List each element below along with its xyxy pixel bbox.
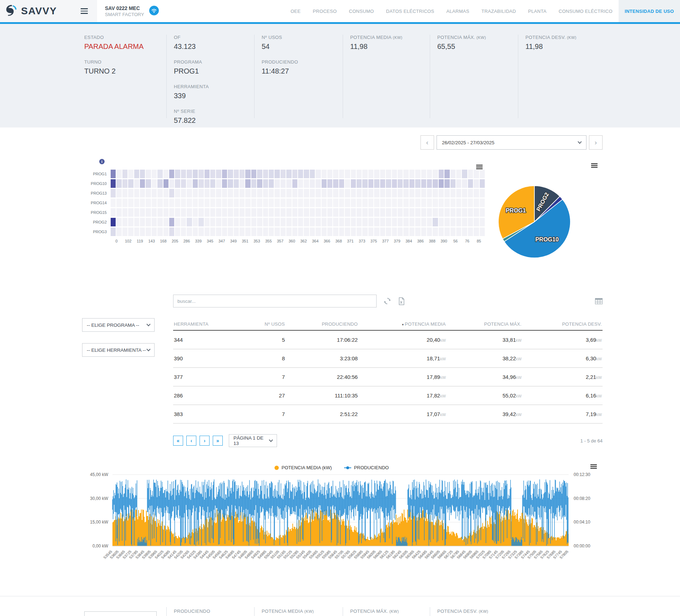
heatmap-cell[interactable] xyxy=(134,199,139,207)
heatmap-cell[interactable] xyxy=(409,189,414,197)
heatmap-cell[interactable] xyxy=(380,208,385,217)
legend-potencia-media[interactable]: POTENCIA MEDIA (kW) xyxy=(274,465,332,470)
heatmap-cell[interactable] xyxy=(263,218,268,226)
heatmap-cell[interactable] xyxy=(111,179,116,188)
heatmap-cell[interactable] xyxy=(392,170,397,178)
heatmap-cell[interactable] xyxy=(374,208,379,217)
heatmap-cell[interactable] xyxy=(398,179,403,188)
heatmap-cell[interactable] xyxy=(187,227,192,236)
heatmap-cell[interactable] xyxy=(240,208,245,217)
page-select[interactable]: PÁGINA 1 DE 13 xyxy=(229,434,277,447)
heatmap-cell[interactable] xyxy=(187,189,192,197)
heatmap-cell[interactable] xyxy=(398,170,403,178)
heatmap-cell[interactable] xyxy=(327,189,332,197)
heatmap-cell[interactable] xyxy=(362,170,367,178)
heatmap-cell[interactable] xyxy=(380,189,385,197)
heatmap-cell[interactable] xyxy=(444,199,449,207)
heatmap-cell[interactable] xyxy=(193,208,198,217)
heatmap-cell[interactable] xyxy=(351,199,356,207)
heatmap-cell[interactable] xyxy=(240,199,245,207)
heatmap-cell[interactable] xyxy=(351,189,356,197)
heatmap-cell[interactable] xyxy=(362,208,367,217)
heatmap-cell[interactable] xyxy=(152,170,157,178)
heatmap-cell[interactable] xyxy=(281,170,286,178)
heatmap-cell[interactable] xyxy=(240,170,245,178)
heatmap-cell[interactable] xyxy=(152,189,157,197)
heatmap-cell[interactable] xyxy=(146,208,151,217)
heatmap-cell[interactable] xyxy=(357,218,362,226)
heatmap-cell[interactable] xyxy=(433,170,438,178)
heatmap-cell[interactable] xyxy=(357,189,362,197)
heatmap-cell[interactable] xyxy=(269,170,274,178)
heatmap-cell[interactable] xyxy=(322,179,327,188)
heatmap-cell[interactable] xyxy=(368,179,373,188)
heatmap-cell[interactable] xyxy=(439,208,444,217)
heatmap-cell[interactable] xyxy=(415,179,420,188)
heatmap-cell[interactable] xyxy=(269,199,274,207)
heatmap-cell[interactable] xyxy=(351,179,356,188)
heatmap-cell[interactable] xyxy=(111,170,116,178)
heatmap-cell[interactable] xyxy=(251,179,256,188)
heatmap-cell[interactable] xyxy=(257,227,262,236)
heatmap-cell[interactable] xyxy=(263,170,268,178)
heatmap-cell[interactable] xyxy=(187,170,192,178)
heatmap-cell[interactable] xyxy=(292,199,297,207)
heatmap-cell[interactable] xyxy=(368,218,373,226)
heatmap-cell[interactable] xyxy=(222,170,227,178)
heatmap-cell[interactable] xyxy=(175,199,180,207)
heatmap-cell[interactable] xyxy=(216,218,221,226)
heatmap-cell[interactable] xyxy=(152,227,157,236)
heatmap-cell[interactable] xyxy=(398,208,403,217)
heatmap-cell[interactable] xyxy=(175,179,180,188)
heatmap-cell[interactable] xyxy=(222,208,227,217)
column-header-herramienta[interactable]: HERRAMIENTA xyxy=(173,318,243,330)
heatmap-cell[interactable] xyxy=(403,189,408,197)
heatmap-cell[interactable] xyxy=(122,179,127,188)
heatmap-cell[interactable] xyxy=(403,218,408,226)
heatmap-cell[interactable] xyxy=(339,218,344,226)
heatmap-cell[interactable] xyxy=(374,179,379,188)
column-header-produciendo[interactable]: PRODUCIENDO xyxy=(286,318,358,330)
heatmap-cell[interactable] xyxy=(304,189,309,197)
heatmap-cell[interactable] xyxy=(357,170,362,178)
heatmap-cell[interactable] xyxy=(468,179,473,188)
heatmap-cell[interactable] xyxy=(181,189,186,197)
heatmap-cell[interactable] xyxy=(169,208,174,217)
heatmap-cell[interactable] xyxy=(345,199,350,207)
heatmap-cell[interactable] xyxy=(409,218,414,226)
heatmap-cell[interactable] xyxy=(427,189,432,197)
heatmap-cell[interactable] xyxy=(222,218,227,226)
heatmap-cell[interactable] xyxy=(368,189,373,197)
heatmap-cell[interactable] xyxy=(128,199,133,207)
heatmap-cell[interactable] xyxy=(122,227,127,236)
heatmap-cell[interactable] xyxy=(322,218,327,226)
heatmap-cell[interactable] xyxy=(398,199,403,207)
heatmap-cell[interactable] xyxy=(240,218,245,226)
heatmap-cell[interactable] xyxy=(333,179,338,188)
heatmap-cell[interactable] xyxy=(146,199,151,207)
heatmap-cell[interactable] xyxy=(456,170,461,178)
heatmap-cell[interactable] xyxy=(409,227,414,236)
heatmap-cell[interactable] xyxy=(245,179,250,188)
heatmap-cell[interactable] xyxy=(310,189,315,197)
pie-menu-icon[interactable] xyxy=(591,163,598,168)
heatmap-cell[interactable] xyxy=(474,199,479,207)
heatmap-cell[interactable] xyxy=(281,179,286,188)
heatmap-cell[interactable] xyxy=(304,199,309,207)
heatmap-cell[interactable] xyxy=(263,189,268,197)
heatmap-cell[interactable] xyxy=(322,189,327,197)
heatmap-cell[interactable] xyxy=(205,170,210,178)
heatmap-cell[interactable] xyxy=(257,218,262,226)
heatmap-cell[interactable] xyxy=(444,208,449,217)
heatmap-cell[interactable] xyxy=(444,227,449,236)
heatmap-cell[interactable] xyxy=(474,218,479,226)
info-icon[interactable]: i xyxy=(99,159,105,164)
heatmap-cell[interactable] xyxy=(351,170,356,178)
heatmap-cell[interactable] xyxy=(193,199,198,207)
heatmap-cell[interactable] xyxy=(339,227,344,236)
heatmap-cell[interactable] xyxy=(181,170,186,178)
heatmap-cell[interactable] xyxy=(122,218,127,226)
heatmap-cell[interactable] xyxy=(111,218,116,226)
heatmap-cell[interactable] xyxy=(415,208,420,217)
heatmap-cell[interactable] xyxy=(345,208,350,217)
